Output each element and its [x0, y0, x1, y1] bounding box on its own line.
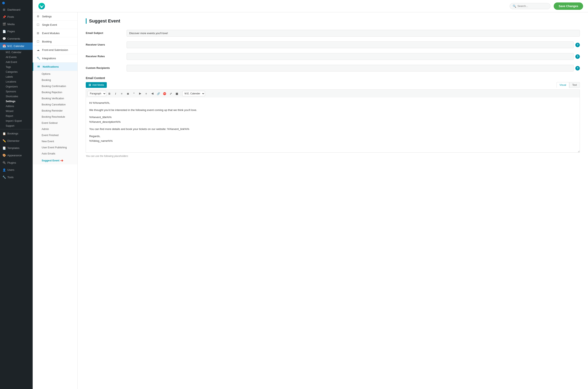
submenu-support[interactable]: Support: [0, 123, 33, 128]
custom-recipients-input[interactable]: [127, 65, 574, 71]
email-subject-control: [127, 30, 580, 36]
editor-line-1: Hi %%name%%,: [89, 101, 576, 105]
submenu-report[interactable]: Report: [0, 114, 33, 119]
nav-notifications-label: Notifications: [43, 65, 59, 68]
sidebar-item-posts[interactable]: 📌 Posts: [0, 13, 33, 21]
editor-line-3: %%event_title%%%%event_description%%: [89, 115, 576, 125]
fullscreen-button[interactable]: ⤢: [168, 91, 174, 96]
search-input[interactable]: [517, 4, 547, 7]
nav-settings[interactable]: ⚙ Settings: [33, 12, 77, 21]
wp-logo: 🔵: [2, 2, 5, 4]
italic-button[interactable]: I: [113, 91, 118, 96]
plugin-sidebar: ⚙ Settings ☐ Single Event ⊞ Event Module…: [33, 12, 78, 389]
submenu-tags[interactable]: Tags: [0, 65, 33, 69]
nav-booking[interactable]: ☐ Booking: [33, 37, 77, 46]
email-content-label: Email Content: [86, 76, 580, 80]
wp-admin-sidebar: 🔵 ⊞ Dashboard 📌 Posts 🎬 Media 📄 Pages 💬 …: [0, 0, 33, 389]
submenu-booking-reschedule[interactable]: Booking Reschedule: [33, 114, 77, 120]
submenu-locations[interactable]: Locations: [0, 79, 33, 84]
submenu-booking-cancellation[interactable]: Booking Cancellation: [33, 101, 77, 108]
submenu-categories[interactable]: Categories: [0, 69, 33, 74]
sidebar-item-templates[interactable]: 📑 Templates: [0, 145, 33, 152]
table-button[interactable]: ▦: [174, 91, 180, 96]
submenu-me-calendar[interactable]: M.E. Calendar: [0, 50, 33, 55]
sidebar-item-tools[interactable]: 🔧 Tools: [0, 174, 33, 181]
align-left-button[interactable]: ⫸: [137, 91, 143, 96]
search-box[interactable]: 🔍: [510, 3, 550, 9]
submenu-event-finished[interactable]: Event Finished: [33, 132, 77, 138]
submenu-suggest-event[interactable]: Suggest Event ➔: [33, 157, 77, 164]
submenu-booking-rejection[interactable]: Booking Rejection: [33, 89, 77, 96]
bold-button[interactable]: B: [107, 91, 112, 96]
sidebar-item-appearance[interactable]: 🎨 Appearance: [0, 152, 33, 159]
paragraph-select[interactable]: Paragraph: [88, 91, 106, 96]
nav-booking-label: Booking: [42, 40, 52, 43]
submenu-all-events[interactable]: All Events: [0, 55, 33, 60]
appearance-icon: 🎨: [2, 153, 6, 158]
sidebar-item-users[interactable]: 👤 Users: [0, 166, 33, 174]
sidebar-item-me-calendar[interactable]: 📅 M.E. Calendar: [0, 42, 33, 50]
submenu-booking-reminder[interactable]: Booking Reminder: [33, 108, 77, 114]
receiver-roles-label: Receiver Roles: [86, 53, 122, 58]
email-content-editor[interactable]: Hi %%name%%, We thought you'd be interes…: [86, 97, 580, 153]
sidebar-item-pages[interactable]: 📄 Pages: [0, 28, 33, 35]
submenu-shortcodes[interactable]: Shortcodes: [0, 94, 33, 99]
media-label: Media: [7, 23, 14, 26]
save-changes-button[interactable]: Save Changes: [554, 2, 583, 10]
nav-notifications[interactable]: ✉ Notifications: [33, 63, 77, 71]
receiver-roles-help[interactable]: ?: [575, 54, 580, 59]
email-subject-input[interactable]: [127, 30, 580, 36]
submenu-auto-emails[interactable]: Auto Emails: [33, 151, 77, 157]
sidebar-item-bookings[interactable]: 📋 Bookings: [0, 130, 33, 137]
submenu-add-event[interactable]: Add Event: [0, 60, 33, 65]
align-right-button[interactable]: ⫷: [149, 91, 155, 96]
users-icon: 👤: [2, 168, 6, 172]
search-icon: 🔍: [513, 4, 516, 8]
custom-recipients-row: Custom Recipients ?: [86, 65, 580, 71]
nav-integrations[interactable]: 🔧 Integrations: [33, 54, 77, 63]
sidebar-item-dashboard[interactable]: ⊞ Dashboard: [0, 6, 33, 13]
submenu-new-event[interactable]: New Event: [33, 138, 77, 144]
add-media-label: Add Media: [92, 84, 104, 86]
submenu-addons[interactable]: Addons: [0, 104, 33, 109]
submenu-sponsors[interactable]: Sponsors: [0, 89, 33, 94]
submenu-wizard[interactable]: Wizard: [0, 109, 33, 114]
submenu-booking-verification[interactable]: Booking Verification: [33, 96, 77, 101]
blockquote-button[interactable]: ": [131, 91, 137, 96]
submenu-labels[interactable]: Labels: [0, 74, 33, 79]
ul-button[interactable]: ≡: [119, 91, 124, 96]
align-center-button[interactable]: ≡: [143, 91, 149, 96]
submenu-event-soldout[interactable]: Event Soldout: [33, 120, 77, 126]
suggest-event-label: Suggest Event: [42, 159, 59, 162]
sidebar-item-media[interactable]: 🎬 Media: [0, 21, 33, 28]
nav-settings-label: Settings: [42, 15, 52, 18]
submenu-settings[interactable]: Settings: [0, 99, 33, 104]
me-calender-select[interactable]: M.E. Calender: [182, 91, 205, 96]
link-button[interactable]: 🔗: [156, 91, 161, 96]
text-tab[interactable]: Text: [569, 82, 580, 88]
custom-recipients-help[interactable]: ?: [575, 66, 580, 70]
ol-button[interactable]: ≣: [125, 91, 131, 96]
sidebar-item-comments[interactable]: 💬 Comments: [0, 35, 33, 42]
submenu-import-export[interactable]: Import / Export: [0, 119, 33, 123]
receiver-users-input[interactable]: [127, 41, 574, 48]
nav-front-end-submission[interactable]: ☁ Front-end Submission: [33, 46, 77, 54]
posts-label: Posts: [7, 15, 14, 19]
submenu-booking-confirmation[interactable]: Booking Confirmation: [33, 83, 77, 89]
receiver-users-help[interactable]: ?: [575, 43, 580, 47]
submenu-admin[interactable]: Admin: [33, 126, 77, 132]
add-media-button[interactable]: 🖼 Add Media: [86, 82, 107, 88]
submenu-booking[interactable]: Booking: [33, 77, 77, 83]
plugin-panel: 🔍 Save Changes ⚙ Settings ☐ Single Event…: [33, 0, 588, 389]
nav-event-modules[interactable]: ⊞ Event Modules: [33, 29, 77, 37]
sidebar-item-elementor[interactable]: ✏️ Elementor: [0, 137, 33, 145]
receiver-roles-input[interactable]: [127, 53, 574, 60]
nav-single-event[interactable]: ☐ Single Event: [33, 21, 77, 29]
visual-tab[interactable]: Visual: [557, 82, 569, 88]
sidebar-item-plugins[interactable]: 🔌 Plugins: [0, 159, 33, 166]
submenu-organizers[interactable]: Organizers: [0, 84, 33, 89]
submenu-options[interactable]: Options: [33, 71, 77, 77]
unlink-button[interactable]: ⛔: [162, 91, 167, 96]
editor-line-4: You can find more details and book your …: [89, 127, 576, 131]
submenu-user-event-publishing[interactable]: User Event Publishing: [33, 144, 77, 151]
